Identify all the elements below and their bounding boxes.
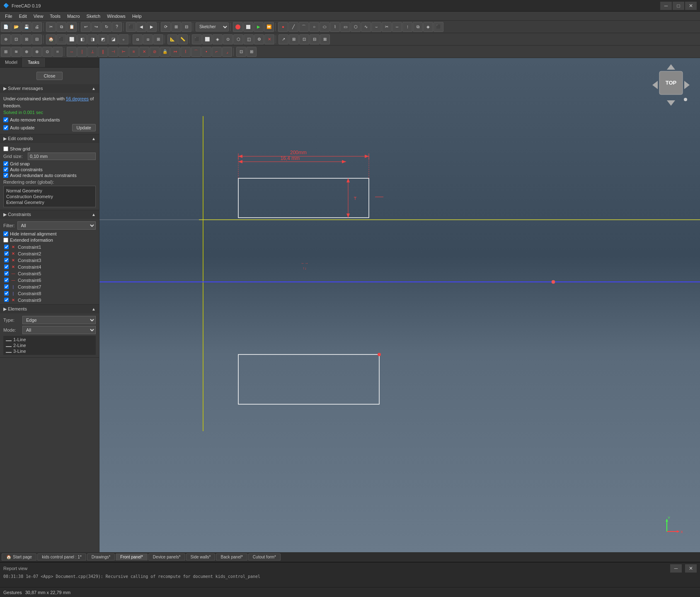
tab-drawings[interactable]: Drawings* <box>87 553 115 561</box>
extended-info-checkbox[interactable] <box>3 238 8 243</box>
constr-btn2[interactable]: ≋ <box>11 47 21 57</box>
avoid-redundant-checkbox[interactable] <box>3 173 8 178</box>
c5-checkbox[interactable] <box>4 271 9 276</box>
dim-btn2[interactable]: | <box>77 47 87 57</box>
dim-btn6[interactable]: ⊢ <box>119 47 128 57</box>
part-btn4[interactable]: ⊙ <box>223 34 233 44</box>
tab-kids-control[interactable]: kids control panel : 1* <box>37 553 86 561</box>
c4-checkbox[interactable] <box>4 265 9 269</box>
menu-windows[interactable]: Windows <box>104 13 129 19</box>
c3-checkbox[interactable] <box>4 258 9 262</box>
tab-side-walls[interactable]: Side walls* <box>186 553 216 561</box>
fillet-btn[interactable]: ⌣ <box>371 22 381 32</box>
dim-btn1[interactable]: ↔ <box>67 47 77 57</box>
c1-checkbox[interactable] <box>4 245 9 249</box>
carbon-btn[interactable]: ◈ <box>423 22 433 32</box>
rect-btn[interactable]: ▭ <box>340 22 350 32</box>
menu-file[interactable]: File <box>2 13 16 19</box>
view-persp[interactable]: ⬦ <box>119 34 128 44</box>
sketch-btn1[interactable]: ⊡ <box>236 47 246 57</box>
constr-btn5[interactable]: ⊙ <box>42 47 52 57</box>
auto-remove-checkbox[interactable] <box>3 117 8 122</box>
view-top[interactable]: ⬜ <box>67 34 77 44</box>
paste-button[interactable]: 📋 <box>67 22 77 32</box>
show-grid-checkbox[interactable] <box>3 146 8 151</box>
filter-select[interactable]: All <box>17 221 96 230</box>
close-button[interactable]: ✕ <box>685 2 697 10</box>
dim-btn11[interactable]: ↦ <box>170 47 180 57</box>
dim-btn7[interactable]: ≡ <box>129 47 139 57</box>
zoom-all-btn[interactable]: ⊡ <box>11 34 21 44</box>
tab-tasks[interactable]: Tasks <box>23 58 45 67</box>
report-close-button[interactable]: ✕ <box>685 564 697 573</box>
zoom-sel-btn[interactable]: ⊞ <box>22 34 31 44</box>
nav-cube[interactable]: TOP <box>650 62 692 108</box>
print-button[interactable]: 🖨 <box>32 22 42 32</box>
menu-tools[interactable]: Tools <box>46 13 64 19</box>
dim-btn13[interactable]: ⌒ <box>191 47 201 57</box>
view3d-btn[interactable]: ⊕ <box>1 34 11 44</box>
tab-start-page[interactable]: 🏠 Start page <box>2 553 36 561</box>
trim-btn[interactable]: ✂ <box>382 22 392 32</box>
nav-btn2[interactable]: ◀ <box>136 22 146 32</box>
menu-macro[interactable]: Macro <box>64 13 83 19</box>
view-btn2[interactable]: ⊟ <box>182 22 191 32</box>
type-select[interactable]: Edge <box>22 316 96 324</box>
constr-btn6[interactable]: ⌗ <box>53 47 63 57</box>
c9-checkbox[interactable] <box>4 298 9 302</box>
measure-btn2[interactable]: 📏 <box>178 34 188 44</box>
extra-btn4[interactable]: ⊟ <box>310 34 320 44</box>
close-doc-btn[interactable]: ✕ <box>264 34 274 44</box>
zoom-box-btn[interactable]: ⊟ <box>32 34 42 44</box>
minimize-button[interactable]: ─ <box>660 2 672 10</box>
part-btn6[interactable]: ◫ <box>244 34 254 44</box>
synch-btn[interactable]: ⟳ <box>161 22 171 32</box>
update-button[interactable]: Update <box>72 124 96 131</box>
part-btn3[interactable]: ◈ <box>213 34 223 44</box>
cut-button[interactable]: ✂ <box>46 22 56 32</box>
open-button[interactable]: 📂 <box>11 22 21 32</box>
copy-button[interactable]: ⧉ <box>56 22 66 32</box>
view-btn1[interactable]: ⊞ <box>171 22 181 32</box>
constr-btn1[interactable]: ⊞ <box>1 47 11 57</box>
report-minimize-button[interactable]: ─ <box>670 564 682 573</box>
spline-btn[interactable]: ∿ <box>361 22 371 32</box>
view-rear[interactable]: ◩ <box>98 34 108 44</box>
grid-size-input[interactable] <box>28 153 96 160</box>
ellipse-btn[interactable]: ⬭ <box>320 22 329 32</box>
save-button[interactable]: 💾 <box>22 22 31 32</box>
extra-btn1[interactable]: ↗ <box>279 34 288 44</box>
menu-sketch[interactable]: Sketch <box>83 13 104 19</box>
measure-btn1[interactable]: 📐 <box>167 34 177 44</box>
ff-btn[interactable]: ⏩ <box>264 22 274 32</box>
constr-btn3[interactable]: ⊕ <box>22 47 31 57</box>
dim-btn8[interactable]: ✕ <box>139 47 149 57</box>
dim-btn16[interactable]: ⌟ <box>222 47 232 57</box>
extra-btn2[interactable]: ⊞ <box>289 34 299 44</box>
tab-device-panels[interactable]: Device panels* <box>148 553 185 561</box>
elements-header[interactable]: ▶ Elements ▲ <box>0 305 99 313</box>
extra-btn5[interactable]: ⊠ <box>320 34 330 44</box>
c8-checkbox[interactable] <box>4 291 9 296</box>
c2-checkbox[interactable] <box>4 251 9 256</box>
mode-select[interactable]: All <box>22 326 96 334</box>
dim-btn14[interactable]: • <box>201 47 211 57</box>
auto-constraints-checkbox[interactable] <box>3 167 8 172</box>
constr-btn4[interactable]: ⊗ <box>32 47 42 57</box>
point-btn[interactable]: ● <box>278 22 288 32</box>
external-btn[interactable]: ⧉ <box>413 22 423 32</box>
tab-back-panel[interactable]: Back panel* <box>216 553 247 561</box>
solver-messages-header[interactable]: ▶ Solver messages ▲ <box>0 84 99 93</box>
circle-btn[interactable]: ○ <box>309 22 319 32</box>
view-bottom[interactable]: ◪ <box>108 34 118 44</box>
refresh-button[interactable]: ↻ <box>102 22 111 32</box>
view-right[interactable]: ◧ <box>77 34 87 44</box>
tab-cutout-form[interactable]: Cutout form* <box>248 553 281 561</box>
std-view-btn3[interactable]: ⊞ <box>153 34 163 44</box>
redo-button[interactable]: ↪ <box>91 22 101 32</box>
c6-checkbox[interactable] <box>4 278 9 282</box>
part-btn5[interactable]: ⬡ <box>233 34 243 44</box>
maximize-button[interactable]: □ <box>673 2 684 10</box>
close-panel-button[interactable]: Close <box>36 72 62 80</box>
viewport[interactable]: TOP 20 <box>99 58 700 552</box>
